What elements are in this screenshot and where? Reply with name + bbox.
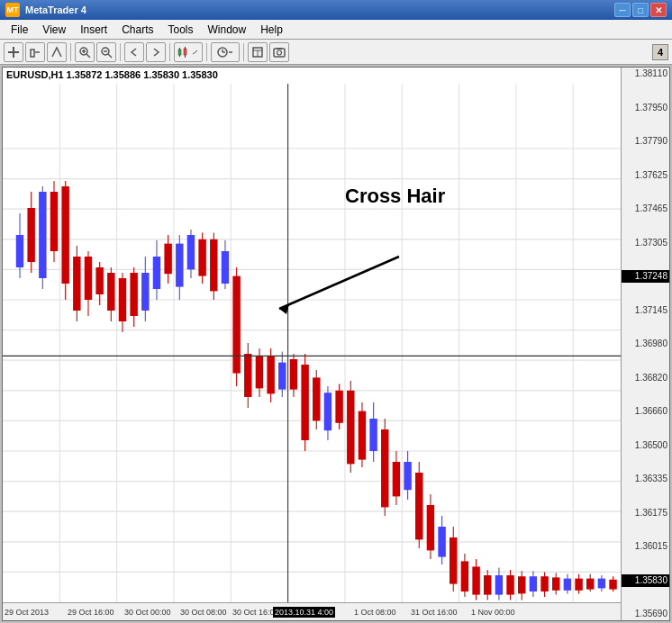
menu-insert[interactable]: Insert <box>73 22 114 38</box>
toolbar-zoom-in[interactable] <box>75 42 95 62</box>
svg-rect-64 <box>85 257 92 300</box>
svg-rect-116 <box>381 429 388 507</box>
time-label-crosshair: 2013.10.31 4:00 <box>273 607 335 618</box>
toolbar-sep-2 <box>120 43 121 61</box>
menu-charts[interactable]: Charts <box>114 22 160 38</box>
svg-rect-112 <box>359 411 366 460</box>
time-label-8: 1 Nov 00:00 <box>471 608 515 617</box>
svg-rect-134 <box>484 575 491 595</box>
svg-rect-156 <box>609 580 616 590</box>
svg-point-24 <box>277 50 282 55</box>
toolbar-btn-1[interactable] <box>4 42 23 62</box>
title-bar: MT MetaTrader 4 ─ □ ✕ <box>0 0 672 20</box>
svg-rect-23 <box>274 49 285 57</box>
svg-rect-126 <box>438 527 445 557</box>
menu-file[interactable]: File <box>4 22 35 38</box>
svg-rect-88 <box>222 251 229 284</box>
price-label-14: 1.36015 <box>622 540 669 553</box>
price-label-6: 1.37305 <box>622 237 669 249</box>
toolbar-scroll-right[interactable] <box>146 42 166 62</box>
svg-rect-122 <box>415 473 422 539</box>
candles-chart <box>3 84 621 602</box>
chart-container[interactable]: EURUSD,H1 1.35872 1.35886 1.35830 1.3583… <box>2 67 670 621</box>
price-label-8: 1.36980 <box>622 338 669 350</box>
toolbar-screenshot[interactable] <box>269 42 289 62</box>
price-label-13: 1.36175 <box>622 507 669 519</box>
svg-rect-2 <box>31 50 34 57</box>
svg-rect-62 <box>73 257 80 311</box>
price-label-3: 1.37790 <box>622 135 669 148</box>
svg-rect-114 <box>369 419 377 451</box>
svg-rect-76 <box>153 257 160 289</box>
svg-rect-138 <box>506 575 513 595</box>
svg-rect-106 <box>324 393 331 430</box>
menu-view[interactable]: View <box>35 22 73 38</box>
svg-rect-130 <box>461 561 468 591</box>
svg-rect-142 <box>530 576 537 591</box>
time-axis: 29 Oct 2013 29 Oct 16:00 30 Oct 00:00 30… <box>3 602 621 620</box>
svg-rect-54 <box>27 208 34 262</box>
toolbar-btn-2[interactable] <box>25 42 45 62</box>
menu-window[interactable]: Window <box>201 22 254 38</box>
price-label-7: 1.37145 <box>622 304 669 317</box>
toolbar-zoom-out[interactable] <box>96 42 116 62</box>
svg-rect-56 <box>39 192 46 278</box>
svg-rect-60 <box>61 186 68 284</box>
svg-rect-124 <box>427 505 434 550</box>
chart-canvas <box>3 84 621 602</box>
main-area: EURUSD,H1 1.35872 1.35886 1.35830 1.3583… <box>0 65 672 623</box>
toolbar-sep-3 <box>169 43 170 61</box>
toolbar-chart-type[interactable] <box>174 42 203 62</box>
svg-rect-25 <box>277 48 282 50</box>
maximize-button[interactable]: □ <box>632 3 649 17</box>
svg-rect-58 <box>50 192 58 251</box>
svg-rect-154 <box>598 579 605 589</box>
app-icon: MT <box>5 3 20 17</box>
svg-rect-72 <box>130 273 137 316</box>
svg-line-7 <box>86 54 90 58</box>
svg-rect-94 <box>256 356 263 388</box>
time-label-6: 1 Oct 08:00 <box>354 608 396 617</box>
close-button[interactable]: ✕ <box>650 3 667 17</box>
toolbar-sep-5 <box>243 43 244 61</box>
svg-rect-132 <box>472 566 479 594</box>
svg-rect-118 <box>393 462 400 496</box>
menu-help[interactable]: Help <box>253 22 290 38</box>
price-label-4: 1.37625 <box>622 169 669 182</box>
minimize-button[interactable]: ─ <box>614 3 631 17</box>
toolbar-btn-3[interactable] <box>47 42 67 62</box>
svg-rect-150 <box>575 579 582 591</box>
price-label-5: 1.37465 <box>622 203 669 215</box>
title-bar-controls: ─ □ ✕ <box>614 3 667 17</box>
svg-rect-128 <box>450 537 457 584</box>
toolbar-template[interactable] <box>248 42 268 62</box>
price-label-10: 1.36660 <box>622 405 669 418</box>
time-label-5: 30 Oct 16:00 <box>232 608 279 617</box>
price-label-11: 1.36500 <box>622 439 669 452</box>
svg-rect-136 <box>495 575 503 595</box>
price-label-active: 1.35830 <box>622 574 669 587</box>
price-label-crosshair: 1.37248 <box>622 270 669 283</box>
chart-info: EURUSD,H1 1.35872 1.35886 1.35830 1.3583… <box>6 69 218 80</box>
svg-rect-140 <box>518 576 525 593</box>
svg-rect-146 <box>552 577 559 590</box>
time-label-2: 29 Oct 16:00 <box>68 608 114 617</box>
price-scale: 1.38110 1.37950 1.37790 1.37625 1.37465 … <box>621 68 669 620</box>
svg-rect-68 <box>107 273 114 311</box>
svg-rect-98 <box>278 363 286 390</box>
time-label-1: 29 Oct 2013 <box>5 608 49 617</box>
toolbar-time-btn[interactable] <box>211 42 240 62</box>
svg-rect-1 <box>13 47 14 58</box>
menu-tools[interactable]: Tools <box>161 22 201 38</box>
svg-rect-86 <box>210 239 217 292</box>
svg-rect-78 <box>164 244 171 275</box>
time-label-4: 30 Oct 08:00 <box>180 608 227 617</box>
svg-rect-102 <box>301 365 308 440</box>
svg-rect-84 <box>198 239 205 276</box>
svg-rect-66 <box>95 267 103 294</box>
toolbar-sep-4 <box>206 43 207 61</box>
price-label-12: 1.36335 <box>622 473 669 485</box>
svg-line-10 <box>108 54 112 58</box>
svg-rect-144 <box>540 576 548 591</box>
toolbar-scroll-left[interactable] <box>124 42 144 62</box>
